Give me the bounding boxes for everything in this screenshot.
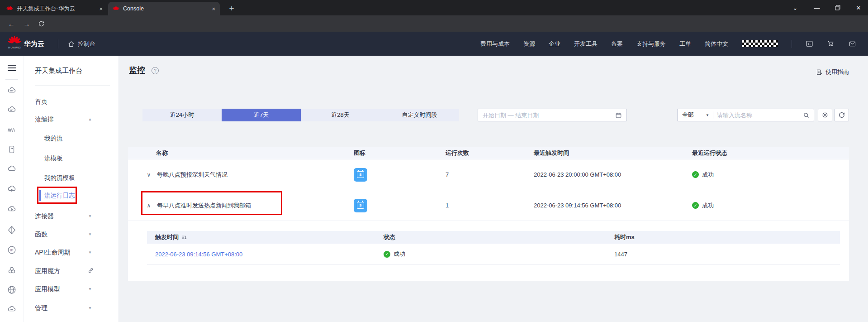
search-icon[interactable] [803,112,810,119]
chevron-down-icon[interactable]: ▼ [88,306,92,310]
sidebar-group-connectors[interactable]: 连接器 [35,211,54,221]
nav-link-resources[interactable]: 资源 [523,40,535,48]
sidebar-icon-rail: IP [0,56,24,322]
tab-title: 开天集成工作台-华为云 [17,5,75,13]
sidebar-item-home[interactable]: 首页 [35,96,47,107]
time-tab-custom[interactable]: 自定义时间段 [380,109,459,121]
column-settings-button[interactable] [818,109,832,121]
help-icon[interactable]: ? [152,67,159,74]
run-time-link[interactable]: 2022-06-23 09:14:56 GMT+08:00 [155,251,242,258]
reload-icon[interactable] [35,18,47,29]
sidebar-group-app-model[interactable]: 应用模型 [35,284,60,294]
sidebar-group-flow-orchestration[interactable]: 流编排 [35,114,54,125]
mobile-cloud-icon[interactable] [7,144,17,154]
col-status: 状态 [375,233,606,241]
col-icon: 图标 [348,149,439,157]
cart-icon[interactable] [827,40,835,48]
ip-circle-icon[interactable]: IP [7,245,17,255]
tab-title: Console [123,5,144,12]
nav-link-billing[interactable]: 费用与成本 [480,40,510,48]
time-tab-24h[interactable]: 近24小时 [142,109,222,121]
divider [5,79,18,80]
waves-icon[interactable] [7,125,17,135]
chevron-up-icon[interactable]: ▲ [88,117,92,121]
cloud-upload-icon[interactable] [7,184,17,194]
sidebar-item-flow-templates[interactable]: 流模板 [44,153,63,164]
cloud-play-icon[interactable] [7,204,17,214]
account-name-masked[interactable] [742,40,778,47]
chevron-down-icon[interactable]: ▼ [88,287,92,291]
back-icon[interactable]: ← [5,18,17,29]
nav-link-language[interactable]: 简体中文 [705,40,728,48]
time-tab-7d[interactable]: 近7天 [222,109,301,121]
cloud-icon[interactable] [7,164,17,174]
refresh-button[interactable] [835,109,849,121]
external-link-icon[interactable] [87,267,94,274]
nav-link-ticket[interactable]: 工单 [679,40,691,48]
table-row: ∧ 每早八点准时发送热点新闻到我邮箱 S 1 2022-06-23 09:14:… [128,190,849,221]
duration-ms: 1447 [606,251,840,258]
nav-link-icp[interactable]: 备案 [611,40,623,48]
tab-close-icon[interactable]: × [99,5,103,12]
nav-link-devtools[interactable]: 开发工具 [574,40,598,48]
cloud-storage-icon[interactable] [7,304,17,314]
usage-guide-link[interactable]: 使用指南 [816,68,849,76]
col-last-status: 最近运行状态 [688,149,849,157]
cloud-dots-icon[interactable] [7,86,17,96]
calendar-icon[interactable] [615,112,622,119]
date-range-input[interactable] [483,112,615,119]
brand-name[interactable]: 华为云 [24,40,44,48]
browser-tab-2[interactable]: Console × [108,2,220,15]
address-bar: ← → console.huaweicloud.com/macroverse/s… [0,15,868,32]
navbar-links: 费用与成本 资源 企业 开发工具 备案 支持与服务 工单 简体中文 [480,32,856,56]
clover-circles-icon[interactable] [7,265,17,275]
time-tab-28d[interactable]: 近28天 [301,109,380,121]
flow-name[interactable]: 每早八点准时发送热点新闻到我邮箱 [157,202,251,210]
tab-search-chevron-icon[interactable]: ⌄ [786,0,804,15]
chevron-down-icon[interactable]: ▼ [88,214,92,218]
sort-icon[interactable] [181,235,187,240]
hamburger-menu-icon[interactable] [8,65,16,71]
flow-name-search-input[interactable] [717,112,803,119]
main-content: 监控 ? 使用指南 近24小时 近7天 近28天 自定义时间段 全部 ▼ 名称 … [119,56,868,322]
console-home-link[interactable]: 控制台 [68,40,95,48]
expanded-run-details: 触发时间 状态 耗时ms 2022-06-23 09:14:56 GMT+08:… [128,221,849,265]
globe-icon[interactable] [7,285,17,295]
chevron-down-icon[interactable]: ▼ [706,113,709,117]
window-restore-button[interactable] [829,0,847,15]
date-range-picker[interactable] [478,109,627,121]
sidebar-item-my-flow-templates[interactable]: 我的流模板 [44,173,75,183]
sidebar-group-management[interactable]: 管理 [35,303,47,313]
sidebar-group-functions[interactable]: 函数 [35,229,47,240]
nav-link-support[interactable]: 支持与服务 [636,40,666,48]
page-title: 监控 [129,65,145,76]
sidebar-item-my-flows[interactable]: 我的流 [44,133,63,144]
mail-icon[interactable] [849,40,856,48]
nav-link-enterprise[interactable]: 企业 [549,40,560,48]
usage-guide-label: 使用指南 [825,68,849,76]
new-tab-button[interactable]: + [225,2,238,15]
cli-terminal-icon[interactable] [806,40,813,48]
browser-tab-1[interactable]: 开天集成工作台-华为云 × [2,2,107,15]
prism-icon[interactable] [7,225,17,235]
expand-chevron-icon[interactable]: ∨ [145,172,152,178]
chevron-down-icon[interactable]: ▼ [88,232,92,236]
scope-select[interactable]: 全部 [678,111,706,119]
tab-close-icon[interactable]: × [212,5,215,12]
guide-doc-icon [816,69,823,76]
console-label: 控制台 [78,40,95,48]
forward-icon[interactable]: → [21,18,33,29]
flow-name[interactable]: 每晚八点预报深圳天气情况 [157,171,228,179]
collapse-chevron-icon[interactable]: ∧ [145,202,152,209]
success-check-icon: ✓ [692,171,699,178]
window-close-button[interactable]: ✕ [849,0,868,15]
window-minimize-button[interactable]: — [808,0,826,15]
cloud-server-icon[interactable] [7,105,17,115]
sidebar-group-api-lifecycle[interactable]: API生命周期 [35,247,71,258]
sidebar-item-app-cube[interactable]: 应用魔方 [35,265,60,276]
sidebar-item-flow-run-logs[interactable]: 流运行日志 [44,190,75,201]
huawei-logo[interactable]: HUAWEI [8,35,22,49]
chevron-down-icon[interactable]: ▼ [88,250,92,255]
huaweicloud-navbar: HUAWEI 华为云 控制台 北京四 ▼ 费用与成本 资源 企业 开发工具 备案… [0,32,868,56]
col-trigger-time: 触发时间 [155,233,179,241]
